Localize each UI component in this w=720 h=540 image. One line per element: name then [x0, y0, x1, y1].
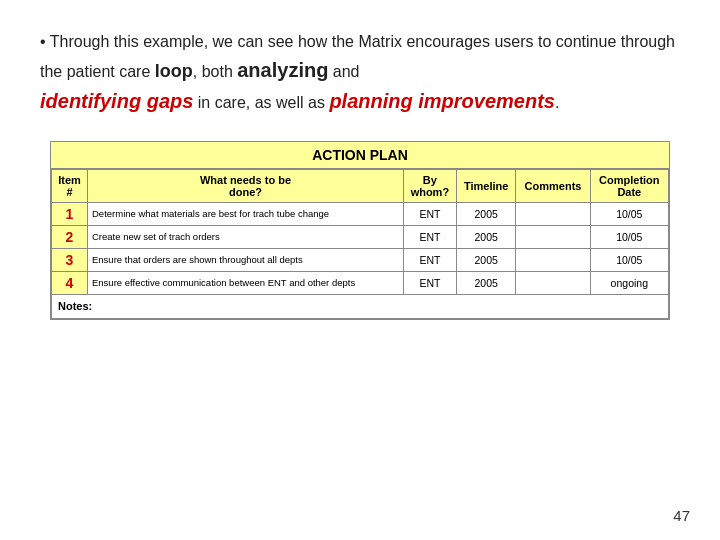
notes-label: Notes: — [52, 294, 669, 318]
row2-comments — [516, 225, 590, 248]
row3-by-whom: ENT — [403, 248, 456, 271]
intro-text-after-analyzing: and — [328, 63, 359, 80]
table-header-row: Item # What needs to bedone? Bywhom? Tim… — [52, 169, 669, 202]
row2-what: Create new set of trach orders — [88, 225, 404, 248]
row4-completion: ongoing — [590, 271, 668, 294]
action-plan-table: Item # What needs to bedone? Bywhom? Tim… — [51, 169, 669, 319]
row4-timeline: 2005 — [456, 271, 516, 294]
row4-what: Ensure effective communication between E… — [88, 271, 404, 294]
intro-text-after-identifying: in care, as well as — [193, 94, 329, 111]
row4-comments — [516, 271, 590, 294]
word-analyzing: analyzing — [237, 59, 328, 81]
row3-timeline: 2005 — [456, 248, 516, 271]
bullet: • — [40, 33, 50, 50]
main-content: • Through this example, we can see how t… — [0, 0, 720, 340]
table-row: 4 Ensure effective communication between… — [52, 271, 669, 294]
row1-completion: 10/05 — [590, 202, 668, 225]
col-header-completion: CompletionDate — [590, 169, 668, 202]
action-plan-container: ACTION PLAN Item # What needs to bedone?… — [50, 141, 670, 320]
intro-text-end: . — [555, 94, 559, 111]
row1-timeline: 2005 — [456, 202, 516, 225]
row3-what: Ensure that orders are shown throughout … — [88, 248, 404, 271]
col-header-timeline: Timeline — [456, 169, 516, 202]
action-plan-title: ACTION PLAN — [51, 142, 669, 169]
row1-what: Determine what materials are best for tr… — [88, 202, 404, 225]
row1-by-whom: ENT — [403, 202, 456, 225]
row3-item: 3 — [52, 248, 88, 271]
intro-paragraph: • Through this example, we can see how t… — [40, 30, 680, 117]
page-number: 47 — [673, 507, 690, 524]
col-header-by-whom: Bywhom? — [403, 169, 456, 202]
notes-row: Notes: — [52, 294, 669, 318]
word-loop: loop — [155, 61, 193, 81]
row2-completion: 10/05 — [590, 225, 668, 248]
row4-by-whom: ENT — [403, 271, 456, 294]
row1-item: 1 — [52, 202, 88, 225]
row3-completion: 10/05 — [590, 248, 668, 271]
row4-item: 4 — [52, 271, 88, 294]
table-row: 3 Ensure that orders are shown throughou… — [52, 248, 669, 271]
word-identifying: identifying gaps — [40, 90, 193, 112]
row2-by-whom: ENT — [403, 225, 456, 248]
table-row: 2 Create new set of trach orders ENT 200… — [52, 225, 669, 248]
col-header-what: What needs to bedone? — [88, 169, 404, 202]
row2-timeline: 2005 — [456, 225, 516, 248]
col-header-comments: Comments — [516, 169, 590, 202]
table-row: 1 Determine what materials are best for … — [52, 202, 669, 225]
intro-text-after-loop: , both — [193, 63, 237, 80]
word-planning: planning improvements — [329, 90, 555, 112]
row1-comments — [516, 202, 590, 225]
row3-comments — [516, 248, 590, 271]
col-header-item: Item # — [52, 169, 88, 202]
row2-item: 2 — [52, 225, 88, 248]
